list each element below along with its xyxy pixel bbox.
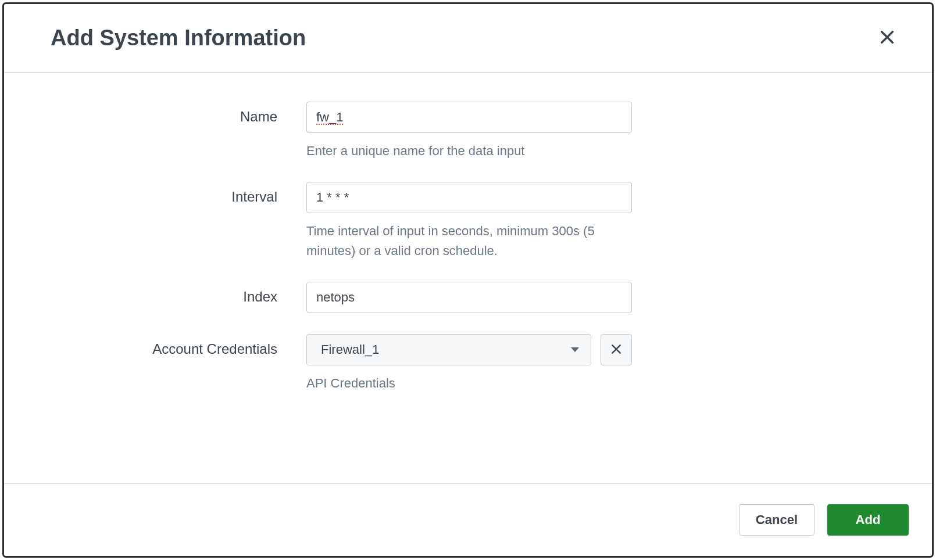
interval-help-text: Time interval of input in seconds, minim… xyxy=(306,221,632,261)
interval-input[interactable] xyxy=(306,182,632,213)
form-row-index: Index xyxy=(51,282,885,313)
name-label: Name xyxy=(51,102,306,125)
modal-header: Add System Information xyxy=(4,4,932,73)
name-input[interactable] xyxy=(306,102,632,133)
clear-account-button[interactable] xyxy=(601,334,632,365)
account-help-text: API Credentials xyxy=(306,374,632,393)
modal-footer: Cancel Add xyxy=(4,483,932,556)
account-control: Firewall_1 xyxy=(306,334,632,393)
account-select-row: Firewall_1 xyxy=(306,334,632,365)
close-icon xyxy=(879,38,895,47)
form-row-account: Account Credentials Firewall_1 xyxy=(51,334,885,393)
svg-marker-2 xyxy=(571,347,579,352)
modal-title: Add System Information xyxy=(51,26,306,51)
add-system-information-modal: Add System Information Name Enter a uniq… xyxy=(2,2,934,558)
add-button[interactable]: Add xyxy=(827,504,909,536)
close-icon xyxy=(610,343,622,357)
form-row-name: Name Enter a unique name for the data in… xyxy=(51,102,885,161)
account-select-value: Firewall_1 xyxy=(321,342,379,357)
modal-body: Name Enter a unique name for the data in… xyxy=(4,73,932,483)
interval-control: Time interval of input in seconds, minim… xyxy=(306,182,632,261)
account-label: Account Credentials xyxy=(51,334,306,357)
name-help-text: Enter a unique name for the data input xyxy=(306,141,632,161)
cancel-button[interactable]: Cancel xyxy=(739,504,814,536)
name-control: Enter a unique name for the data input xyxy=(306,102,632,161)
interval-label: Interval xyxy=(51,182,306,205)
index-label: Index xyxy=(51,282,306,305)
index-input[interactable] xyxy=(306,282,632,313)
form-row-interval: Interval Time interval of input in secon… xyxy=(51,182,885,261)
caret-down-icon xyxy=(571,347,579,353)
index-control xyxy=(306,282,632,313)
account-credentials-select[interactable]: Firewall_1 xyxy=(306,334,591,365)
close-button[interactable] xyxy=(874,24,900,52)
